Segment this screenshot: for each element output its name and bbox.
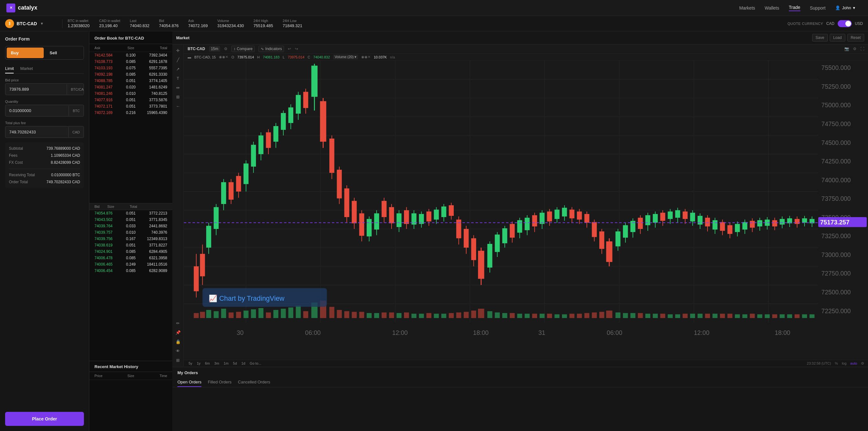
- ticker-bar: ₿ BTC-CAD ▾ BTC in wallet 1.23038020 CAD…: [0, 16, 868, 31]
- nav-trade[interactable]: Trade: [789, 5, 800, 11]
- nav-support[interactable]: Support: [810, 5, 826, 10]
- total-fee-input[interactable]: [5, 126, 68, 137]
- undo-icon[interactable]: ↩: [288, 47, 291, 51]
- trend-tool[interactable]: ↗: [175, 65, 181, 73]
- time-goto[interactable]: Go to...: [249, 361, 262, 366]
- bid-size: 0.051: [119, 211, 143, 216]
- lock-tool[interactable]: 🔒: [174, 338, 182, 345]
- svg-rect-60: [329, 138, 335, 173]
- crosshair-tool[interactable]: ✛: [175, 47, 181, 54]
- redo-icon[interactable]: ↪: [295, 47, 298, 51]
- ask-row[interactable]: 74108.7730.0856291.1678: [89, 58, 172, 65]
- time-1y[interactable]: 1y: [196, 361, 202, 366]
- svg-text:18:00: 18:00: [775, 329, 790, 336]
- expand-tool[interactable]: ⊞: [175, 357, 181, 364]
- settings-icon[interactable]: ⚙: [224, 47, 227, 51]
- ask-row[interactable]: 74088.7850.0513774.1405: [89, 78, 172, 84]
- place-order-button[interactable]: Place Order: [5, 412, 84, 426]
- reset-button[interactable]: Reset: [847, 34, 864, 41]
- fullscreen-icon[interactable]: ⛶: [860, 47, 864, 51]
- time-3m[interactable]: 3m: [214, 361, 220, 366]
- bid-row[interactable]: 74043.5020.0513771.8345: [89, 216, 172, 223]
- bid-row[interactable]: 74038.6190.0513771.8227: [89, 242, 172, 248]
- cancelled-orders-tab[interactable]: Cancelled Orders: [238, 378, 270, 387]
- svg-rect-211: [359, 312, 365, 318]
- bid-row[interactable]: 74039.7570.010740.3976: [89, 229, 172, 236]
- auto-mode[interactable]: auto: [850, 361, 857, 365]
- bid-total: 3772.2213: [143, 211, 167, 216]
- percent-mode[interactable]: %: [835, 361, 838, 365]
- ask-row[interactable]: 74072.1710.0513773.7801: [89, 103, 172, 110]
- svg-rect-219: [419, 314, 424, 318]
- time-5y[interactable]: 5y: [188, 361, 193, 366]
- ask-row[interactable]: 74081.2460.010740.8125: [89, 90, 172, 97]
- chart-settings-bottom[interactable]: ⚙: [861, 361, 864, 366]
- bid-row[interactable]: 74039.7560.16712349.8313: [89, 236, 172, 242]
- svg-rect-124: [569, 210, 575, 218]
- right-panel: Market Save Load Reset ✛ ╱ ↗ T ⇔ ⊞ ←: [172, 31, 868, 431]
- save-button[interactable]: Save: [812, 34, 828, 41]
- chart-settings-icon[interactable]: ⚙: [853, 47, 857, 51]
- receiving-label: Receiving Total: [9, 173, 35, 177]
- compare-button[interactable]: ↕ Compare: [231, 45, 255, 52]
- limit-tab[interactable]: Limit: [5, 64, 14, 73]
- bid-price: 74043.502: [94, 217, 119, 222]
- svg-rect-220: [426, 313, 431, 318]
- bid-row[interactable]: 74024.9010.0856284.4905: [89, 248, 172, 255]
- svg-rect-208: [337, 310, 342, 318]
- bid-row[interactable]: 74054.8760.0513772.2213: [89, 210, 172, 216]
- history-columns: Price Size Time: [89, 372, 172, 380]
- chart-section: Market Save Load Reset ✛ ╱ ↗ T ⇔ ⊞ ←: [172, 31, 868, 367]
- measure-tool[interactable]: ⇔: [175, 84, 181, 91]
- load-button[interactable]: Load: [830, 34, 845, 41]
- quantity-input[interactable]: [5, 105, 69, 116]
- ask-row[interactable]: 74142.5840.1007392.3404: [89, 52, 172, 58]
- ticker-pair[interactable]: ₿ BTC-CAD ▾: [5, 19, 63, 28]
- svg-rect-78: [397, 213, 402, 227]
- svg-rect-271: [810, 314, 815, 318]
- indicators-button[interactable]: ∿ Indicators: [258, 45, 284, 52]
- volume-btn[interactable]: Volume (20) ▾: [333, 55, 358, 59]
- time-6m[interactable]: 6m: [204, 361, 211, 366]
- draw-tool[interactable]: ╱: [176, 56, 181, 64]
- bid-row[interactable]: 74006.4540.0856282.9089: [89, 268, 172, 274]
- log-mode[interactable]: log: [842, 361, 847, 365]
- market-tab[interactable]: Market: [20, 64, 33, 73]
- svg-rect-249: [645, 314, 650, 318]
- ask-row[interactable]: 74072.1690.21615965.4390: [89, 110, 172, 116]
- filled-orders-tab[interactable]: Filled Orders: [208, 378, 231, 387]
- logo[interactable]: ✕ catalyx: [6, 3, 37, 12]
- buy-button[interactable]: Buy: [7, 48, 44, 58]
- bid-row[interactable]: 74006.4650.24918411.0516: [89, 261, 172, 268]
- bid-price: 74024.901: [94, 249, 119, 254]
- pencil-tool[interactable]: ✏: [175, 319, 181, 327]
- nav-markets[interactable]: Markets: [739, 5, 755, 10]
- ask-row[interactable]: 74081.2470.0201481.6249: [89, 84, 172, 90]
- screenshot-icon[interactable]: 📷: [844, 47, 849, 51]
- pin-tool[interactable]: 📌: [174, 329, 182, 336]
- chart-info-bar: BTC-CAD 15m ⚙ ↕ Compare ∿ Indicators ↩ ↪: [184, 44, 868, 54]
- svg-rect-154: [683, 211, 688, 219]
- bid-row[interactable]: 74006.4780.0856321.3958: [89, 255, 172, 261]
- eye-tool[interactable]: 👁: [175, 347, 181, 355]
- sell-button[interactable]: Sell: [45, 48, 83, 58]
- svg-rect-214: [382, 313, 387, 318]
- time-5d[interactable]: 5d: [232, 361, 238, 366]
- open-orders-tab[interactable]: Open Orders: [178, 378, 202, 387]
- ask-row[interactable]: 74103.1930.0755557.7395: [89, 65, 172, 71]
- bid-row[interactable]: 74039.7640.0332441.8692: [89, 223, 172, 229]
- currency-toggle[interactable]: [838, 20, 852, 27]
- ask-row[interactable]: 74092.1980.0856291.3330: [89, 71, 172, 78]
- svg-rect-158: [698, 216, 703, 224]
- time-1m[interactable]: 1m: [223, 361, 229, 366]
- nav-user[interactable]: 👤 John ▾: [835, 5, 855, 10]
- back-tool[interactable]: ←: [175, 102, 181, 110]
- time-1d[interactable]: 1d: [240, 361, 246, 366]
- chart-timeframe[interactable]: 15m: [209, 46, 220, 52]
- nav-wallets[interactable]: Wallets: [765, 5, 779, 10]
- ask-row[interactable]: 74077.9160.0513773.5876: [89, 97, 172, 103]
- svg-rect-235: [539, 314, 545, 318]
- bid-price-input[interactable]: [5, 84, 67, 95]
- multi-tool[interactable]: ⊞: [175, 93, 181, 100]
- text-tool[interactable]: T: [176, 75, 181, 82]
